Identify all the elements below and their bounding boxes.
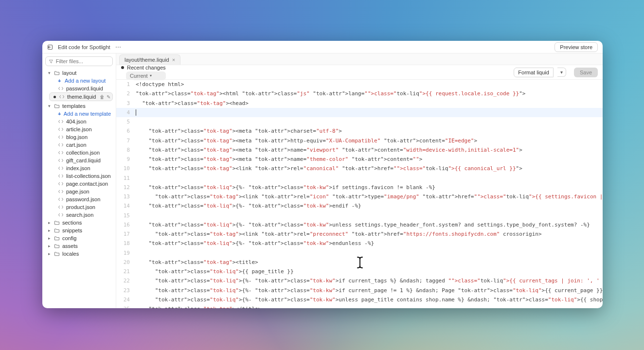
code-file-icon [58,204,64,210]
code-line[interactable]: "tok-attr">class="tok-tag"><meta "tok-at… [134,155,603,164]
folder-locales[interactable]: ▸locales [45,250,113,258]
file-label: product.json [66,204,95,210]
chevron-down-icon: ▾ [48,104,52,108]
file-label: 404.json [66,119,87,124]
folder-assets[interactable]: ▸assets [45,242,113,250]
code-line[interactable] [134,211,603,220]
gutter-line: 1 [116,80,134,89]
code-line[interactable] [134,108,603,117]
code-line[interactable]: "tok-attr">class="tok-liq">{{ page_title… [134,267,603,276]
gutter-line: 6 [116,126,134,136]
chevron-down-icon: ▾ [48,70,52,75]
file-article-json[interactable]: article.json [49,125,113,133]
code-line[interactable]: <!doctype html> [134,80,603,89]
preview-store-button[interactable]: Preview store [555,42,598,52]
gutter-line: 19 [116,248,134,258]
chevron-right-icon: ▸ [48,236,52,241]
delete-icon[interactable]: 🗑 [100,94,105,100]
code-line[interactable] [134,117,603,126]
code-file-icon [58,196,64,202]
folder-templates[interactable]: ▾ templates [45,102,113,110]
code-file-icon [58,181,64,187]
file-list-collections-json[interactable]: list-collections.json [49,172,113,180]
code-line[interactable]: "tok-attr">class="tok-tag"><link "tok-at… [134,229,603,239]
folder-icon [54,251,60,257]
modified-dot-icon [121,66,124,69]
code-file-icon [58,86,64,91]
gutter-line: 10 [116,164,134,173]
file-password-liquid[interactable]: password.liquid [49,85,113,92]
folder-label: config [62,235,76,241]
file-search-json[interactable]: search.json [49,211,113,219]
file-label: cart.json [66,142,87,148]
file-gift-card-liquid[interactable]: gift_card.liquid [49,157,113,164]
code-line[interactable]: "tok-attr">class="tok-liq">{%- "tok-attr… [134,286,603,295]
version-dropdown[interactable]: Current ▾ [126,71,166,80]
code-line[interactable]: "tok-attr">class="tok-liq">{%- "tok-attr… [134,183,603,192]
folder-label: locales [62,251,79,257]
folder-icon [54,243,60,249]
code-line[interactable] [134,174,603,183]
code-line[interactable]: "tok-attr">class="tok-tag"><title> [134,258,603,267]
editor-subbar: Recent changes Current ▾ Format liquid ▾… [116,65,603,80]
chevron-right-icon: ▸ [48,244,52,248]
file-theme-liquid[interactable]: theme.liquid 🗑 ✎ [49,92,113,101]
code-line[interactable]: "tok-attr">class="tok-liq">{%- "tok-attr… [134,239,603,248]
gutter-line: 23 [116,286,134,295]
file-index-json[interactable]: index.json [49,164,113,172]
gutter-line: 15 [116,211,134,220]
file-collection-json[interactable]: collection.json [49,149,113,157]
folder-snippets[interactable]: ▸snippets [45,227,113,234]
rename-icon[interactable]: ✎ [107,94,110,100]
file-blog-json[interactable]: blog.json [49,133,113,141]
code-line[interactable]: "tok-attr">class="tok-tag"><meta "tok-at… [134,145,603,155]
folder-icon [54,220,60,226]
code-file-icon [58,134,64,140]
file-label: collection.json [66,150,100,156]
code-line[interactable] [134,248,603,258]
code-line[interactable]: "tok-attr">class="tok-tag"><head> [134,99,603,108]
exit-icon[interactable] [47,44,53,50]
code-line[interactable]: "tok-attr">class="tok-tag"><meta "tok-at… [134,136,603,145]
format-liquid-button[interactable]: Format liquid [514,68,554,77]
code-line[interactable]: "tok-attr">class="tok-liq">{%- "tok-attr… [134,295,603,304]
file-product-json[interactable]: product.json [49,203,113,211]
code-line[interactable]: "tok-attr">class="tok-liq">{%- "tok-attr… [134,276,603,285]
file-404-json[interactable]: 404.json [49,118,113,125]
add-new-layout[interactable]: + Add a new layout [49,77,113,85]
code-file-icon [58,165,64,171]
tab-theme-liquid[interactable]: layout/theme.liquid × [119,54,180,65]
text-cursor-icon [355,256,365,269]
folder-label: assets [62,243,78,249]
file-page-contact-json[interactable]: page.contact.json [49,180,113,188]
code-line[interactable]: "tok-attr">class="tok-tag"></title> [134,304,603,308]
gutter-line: 22 [116,276,134,285]
folder-layout[interactable]: ▾ layout [45,69,113,77]
code-line[interactable]: "tok-attr">class="tok-tag"><html "tok-at… [134,89,603,98]
gutter-line: 5 [116,117,134,126]
code-line[interactable]: "tok-attr">class="tok-tag"><meta "tok-at… [134,126,603,136]
gutter-line: 21 [116,267,134,276]
code-line[interactable]: "tok-attr">class="tok-tag"><link "tok-at… [134,192,603,201]
filter-input[interactable] [56,58,109,64]
file-password-json[interactable]: password.json [49,195,113,203]
file-label: index.json [66,165,90,171]
modified-dot-icon [54,96,56,98]
format-liquid-caret[interactable]: ▾ [557,68,566,77]
folder-sections[interactable]: ▸sections [45,219,113,227]
folder-icon [54,70,60,76]
dropdown-label: Current [130,73,148,79]
folder-icon [54,235,60,241]
file-cart-json[interactable]: cart.json [49,141,113,149]
code-line[interactable]: "tok-attr">class="tok-tag"><link "tok-at… [134,164,603,173]
save-button[interactable]: Save [574,68,598,77]
add-new-template[interactable]: + Add a new template [49,110,113,118]
close-icon[interactable]: × [172,57,175,63]
folder-config[interactable]: ▸config [45,234,113,242]
code-line[interactable]: "tok-attr">class="tok-liq">{%- "tok-attr… [134,220,603,229]
more-icon[interactable]: ⋯ [115,44,122,51]
code-line[interactable]: "tok-attr">class="tok-liq">{%- "tok-attr… [134,201,603,210]
file-page-json[interactable]: page.json [49,188,113,195]
filter-files[interactable] [45,56,113,66]
code-editor[interactable]: 1<!doctype html>2"tok-attr">class="tok-t… [116,80,603,308]
